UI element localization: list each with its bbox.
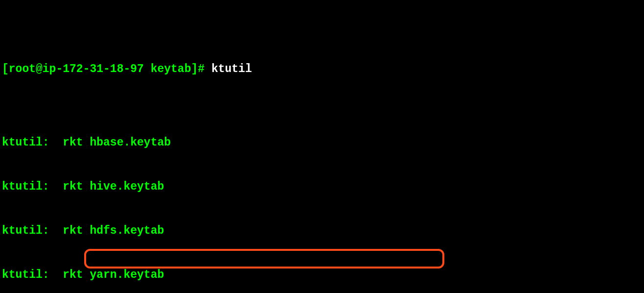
command-typed: ktutil (205, 63, 252, 75)
annotation-highlight-rect (84, 249, 444, 269)
prompt-line: [root@ip-172-31-18-97 keytab]# ktutil (2, 62, 643, 76)
terminal-window[interactable]: [root@ip-172-31-18-97 keytab]# ktutil kt… (0, 0, 644, 293)
prompt: [root@ip-172-31-18-97 keytab]# (2, 63, 205, 75)
output-line: ktutil: rkt hdfs.keytab (2, 223, 643, 238)
output-line: ktutil: rkt yarn.keytab (2, 268, 643, 282)
output-line: ktutil: rkt hive.keytab (2, 179, 643, 194)
output-line: ktutil: rkt hbase.keytab (2, 135, 643, 150)
